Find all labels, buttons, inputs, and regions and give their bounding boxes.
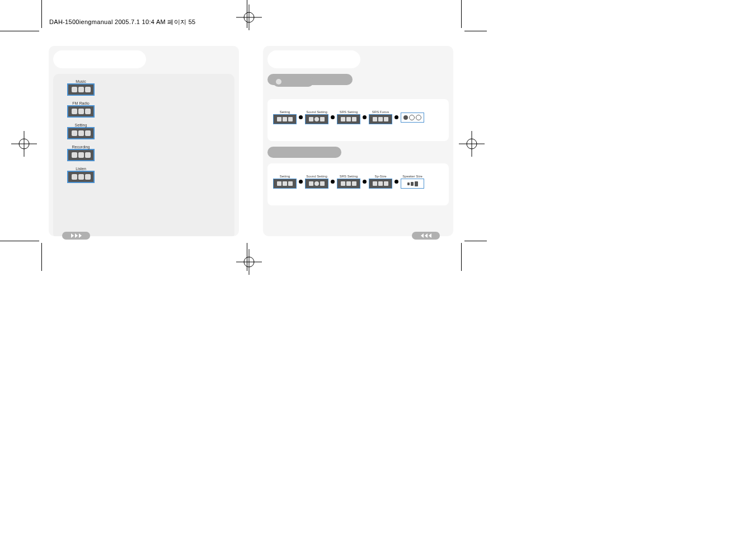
crop-mark <box>0 31 39 31</box>
menu-thumb-icon <box>67 105 95 118</box>
register-mark-icon <box>236 249 262 275</box>
step-thumb-icon <box>273 179 297 189</box>
menu-item-recording: Recording <box>67 145 95 161</box>
flow-section-srs-focus: Setting Sound Setting SRS Setting SRS Fo… <box>267 99 449 141</box>
panel-title-bar <box>267 50 360 68</box>
arrow-icon <box>299 115 303 119</box>
doc-header: DAH-1500iengmanual 2005.7.1 10:4 AM 페이지 … <box>49 18 195 26</box>
crop-mark <box>41 243 42 271</box>
step-label: SRS Setting <box>337 110 360 114</box>
section-bar <box>267 147 341 158</box>
crop-mark <box>461 0 462 28</box>
flow-step-srs-setting: SRS Setting <box>337 175 360 189</box>
flow-step-speaker-size-result: Speaker Size <box>401 175 424 189</box>
step-label: SRS Setting <box>337 175 360 178</box>
crop-mark <box>461 243 462 271</box>
arrow-icon <box>395 180 398 184</box>
menu-item-listen: Listen <box>67 167 95 183</box>
pager-forward-icon <box>62 232 90 240</box>
flow-step-srs-setting: SRS Setting <box>337 110 360 124</box>
crop-mark <box>464 31 487 31</box>
step-label: SRS Focus <box>369 110 392 114</box>
crop-mark <box>464 241 487 241</box>
step-thumb-icon <box>401 179 424 189</box>
step-thumb-icon <box>369 114 392 124</box>
menu-thumb-icon <box>67 171 95 183</box>
step-label: Setting <box>273 110 297 114</box>
flow-row: Setting Sound Setting SRS Setting Sp-Siz… <box>273 175 443 189</box>
arrow-icon <box>331 115 335 119</box>
arrow-icon <box>363 180 367 184</box>
crop-mark <box>0 241 39 241</box>
arrow-icon <box>363 115 367 119</box>
flow-step-result <box>401 112 424 123</box>
step-thumb-icon <box>305 114 328 124</box>
arrow-icon <box>395 115 398 119</box>
flow-step-sp-size: Sp-Size <box>369 175 392 189</box>
panel-inner: Music FM Radio Setting Recording Listen <box>53 74 234 236</box>
pill-dot-icon <box>276 79 281 85</box>
menu-item-setting: Setting <box>67 123 95 139</box>
menu-label: Music <box>67 79 95 83</box>
step-label: Setting <box>273 175 297 178</box>
flow-step-setting: Setting <box>273 110 297 124</box>
menu-label: FM Radio <box>67 101 95 105</box>
step-label: Sound Setting <box>305 175 328 178</box>
flow-step-sound-setting: Sound Setting <box>305 110 328 124</box>
step-label: Sp-Size <box>369 175 392 178</box>
menu-label: Setting <box>67 123 95 127</box>
panel-title-bar <box>53 50 146 68</box>
menu-label: Listen <box>67 167 95 171</box>
flow-step-srs-focus: SRS Focus <box>369 110 392 124</box>
menu-label: Recording <box>67 145 95 149</box>
manual-page-right: Setting Sound Setting SRS Setting SRS Fo… <box>263 46 453 236</box>
crop-mark <box>41 0 42 28</box>
pager-back-icon <box>412 232 440 240</box>
register-mark-icon <box>459 131 485 157</box>
arrow-icon <box>331 180 335 184</box>
flow-section-sp-size: Setting Sound Setting SRS Setting Sp-Siz… <box>267 163 449 205</box>
step-thumb-icon <box>305 179 328 189</box>
step-thumb-icon <box>369 179 392 189</box>
step-thumb-icon <box>401 113 424 123</box>
flow-step-setting: Setting <box>273 175 297 189</box>
step-label: Sound Setting <box>305 110 328 114</box>
step-label: Speaker Size <box>401 175 424 178</box>
step-thumb-icon <box>337 179 360 189</box>
panel-sub-pill <box>273 77 313 87</box>
menu-thumb-icon <box>67 127 95 139</box>
flow-row: Setting Sound Setting SRS Setting SRS Fo… <box>273 110 443 124</box>
step-thumb-icon <box>273 114 297 124</box>
register-mark-icon <box>11 131 37 157</box>
menu-item-music: Music <box>67 79 95 96</box>
step-thumb-icon <box>337 114 360 124</box>
register-mark-icon <box>236 4 262 30</box>
manual-page-left: Music FM Radio Setting Recording Listen <box>49 46 239 236</box>
menu-item-fmradio: FM Radio <box>67 101 95 118</box>
menu-column: Music FM Radio Setting Recording Listen <box>67 79 95 189</box>
flow-step-sound-setting: Sound Setting <box>305 175 328 189</box>
arrow-icon <box>299 180 303 184</box>
menu-thumb-icon <box>67 149 95 161</box>
menu-thumb-icon <box>67 83 95 96</box>
